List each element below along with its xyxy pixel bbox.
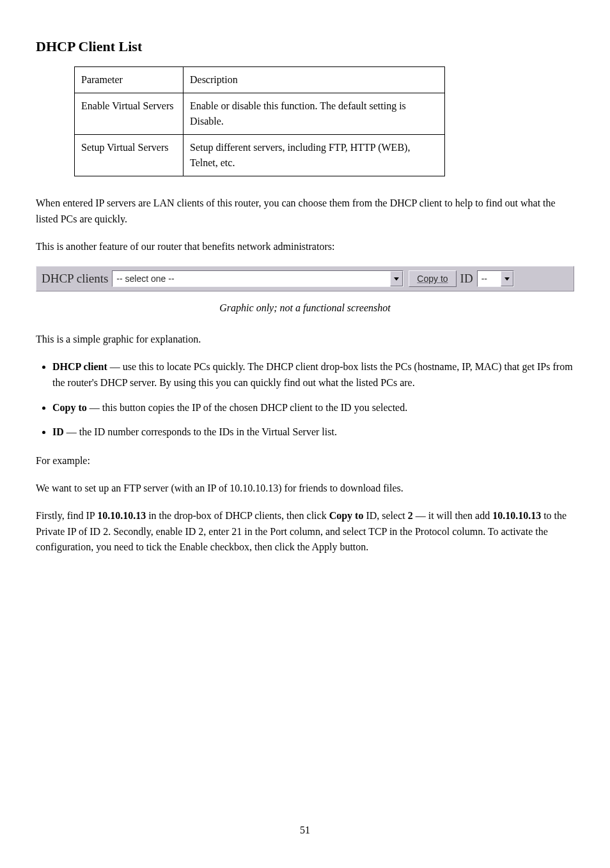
example-ip-2: 10.10.10.13 bbox=[492, 510, 541, 521]
chevron-down-icon[interactable] bbox=[501, 271, 513, 286]
example-copy-btn: Copy to bbox=[329, 510, 364, 521]
text: in the drop-box of DHCP clients, then cl… bbox=[146, 510, 329, 521]
id-select[interactable]: -- bbox=[477, 270, 514, 287]
id-select-value: -- bbox=[478, 274, 501, 284]
text: Firstly, find IP bbox=[36, 510, 97, 521]
list-item: Copy to — this button copies the IP of t… bbox=[52, 400, 574, 416]
example-id: 2 bbox=[408, 510, 413, 521]
param-name: Setup Virtual Servers bbox=[75, 135, 184, 176]
chevron-down-icon[interactable] bbox=[390, 271, 403, 286]
dhcp-clients-graphic: DHCP clients -- select one -- Copy to ID… bbox=[36, 266, 574, 291]
table-row: Setup Virtual Servers Setup different se… bbox=[75, 135, 445, 176]
example-line-1: We want to set up an FTP server (with an… bbox=[36, 481, 574, 497]
dhcp-clients-select[interactable]: -- select one -- bbox=[112, 270, 403, 287]
benefits-lead: This is another feature of our router th… bbox=[36, 239, 574, 255]
table-header-parameter: Parameter bbox=[75, 67, 184, 93]
page-title: DHCP Client List bbox=[36, 38, 574, 55]
graphic-caption: Graphic only; not a functional screensho… bbox=[36, 300, 574, 316]
text: — it will then add bbox=[413, 510, 492, 521]
tip-text: — use this to locate PCs quickly. The DH… bbox=[52, 361, 573, 388]
param-name: Enable Virtual Servers bbox=[75, 93, 184, 135]
tip-text: — the ID number corresponds to the IDs i… bbox=[64, 426, 337, 437]
dhcp-bar: DHCP clients -- select one -- Copy to ID… bbox=[36, 266, 574, 291]
dhcp-clients-select-value: -- select one -- bbox=[113, 274, 390, 284]
list-item: DHCP client — use this to locate PCs qui… bbox=[52, 359, 574, 391]
parameters-table: Parameter Description Enable Virtual Ser… bbox=[74, 66, 445, 176]
tip-label: ID bbox=[52, 426, 64, 437]
tip-label: DHCP client bbox=[52, 361, 107, 372]
tip-text: — this button copies the IP of the chose… bbox=[87, 402, 407, 413]
id-label: ID bbox=[460, 272, 473, 286]
example-line-2: Firstly, find IP 10.10.10.13 in the drop… bbox=[36, 508, 574, 555]
dhcp-clients-label: DHCP clients bbox=[42, 272, 108, 286]
param-desc: Enable or disable this function. The def… bbox=[183, 93, 444, 135]
list-item: ID — the ID number corresponds to the ID… bbox=[52, 424, 574, 440]
table-row: Enable Virtual Servers Enable or disable… bbox=[75, 93, 445, 135]
page-number: 51 bbox=[0, 825, 610, 836]
table-row: Parameter Description bbox=[75, 67, 445, 93]
intro-paragraph: When entered IP servers are LAN clients … bbox=[36, 196, 574, 228]
explain-line-1: This is a simple graphic for explanation… bbox=[36, 332, 574, 348]
table-header-description: Description bbox=[183, 67, 444, 93]
tips-list: DHCP client — use this to locate PCs qui… bbox=[36, 359, 574, 440]
example-lead: For example: bbox=[36, 453, 574, 469]
text: ID, select bbox=[363, 510, 407, 521]
example-ip: 10.10.10.13 bbox=[97, 510, 146, 521]
copy-to-button[interactable]: Copy to bbox=[409, 270, 456, 287]
param-desc: Setup different servers, including FTP, … bbox=[183, 135, 444, 176]
tip-label: Copy to bbox=[52, 402, 87, 413]
